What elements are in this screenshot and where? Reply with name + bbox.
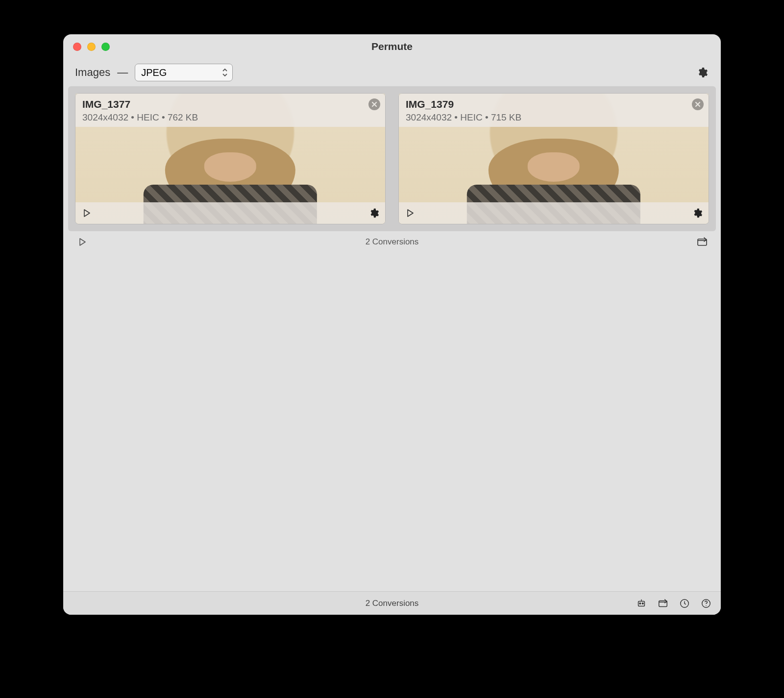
titlebar: Permute [63, 34, 721, 59]
zoom-window-button[interactable] [101, 43, 110, 51]
conversions-summary-row: 2 Conversions [63, 231, 721, 253]
remove-item-button[interactable] [368, 98, 380, 110]
gear-icon [696, 67, 708, 78]
help-button[interactable] [700, 598, 712, 609]
folder-arrow-icon [696, 236, 708, 248]
folder-arrow-icon [658, 598, 668, 609]
close-window-button[interactable] [73, 43, 81, 51]
card-footer [399, 202, 709, 224]
output-format-value: JPEG [141, 67, 167, 78]
play-icon [78, 238, 87, 246]
help-icon [701, 598, 711, 609]
conversion-card[interactable]: IMG_1379 3024x4032 • HEIC • 715 KB [398, 93, 709, 224]
item-settings-button[interactable] [691, 207, 704, 219]
svg-point-2 [639, 602, 641, 604]
start-all-button[interactable] [76, 236, 89, 248]
drop-area[interactable] [63, 253, 721, 591]
card-filename: IMG_1377 [82, 98, 378, 110]
close-icon [695, 101, 701, 107]
conversions-count-label: 2 Conversions [63, 237, 721, 247]
window-title: Permute [63, 41, 721, 52]
play-icon [406, 209, 415, 217]
card-footer [75, 202, 385, 224]
window-controls [63, 43, 110, 51]
gear-icon [692, 208, 703, 218]
chevron-up-down-icon [221, 68, 228, 77]
robot-icon [636, 598, 647, 609]
clock-icon [679, 598, 690, 609]
conversion-list: IMG_1377 3024x4032 • HEIC • 762 KB [68, 86, 716, 231]
card-header: IMG_1377 3024x4032 • HEIC • 762 KB [75, 94, 385, 127]
play-icon [82, 209, 91, 217]
remove-item-button[interactable] [692, 98, 704, 110]
card-header: IMG_1379 3024x4032 • HEIC • 715 KB [399, 94, 709, 127]
card-filename: IMG_1379 [406, 98, 702, 110]
toolbar-separator: — [117, 66, 128, 79]
svg-point-7 [706, 605, 706, 605]
history-button[interactable] [679, 598, 690, 609]
statusbar: 2 Conversions [63, 591, 721, 615]
conversion-card[interactable]: IMG_1377 3024x4032 • HEIC • 762 KB [75, 93, 386, 224]
minimize-window-button[interactable] [87, 43, 96, 51]
settings-button[interactable] [695, 66, 709, 79]
output-format-select[interactable]: JPEG [135, 64, 233, 81]
presets-button[interactable] [636, 598, 647, 609]
statusbar-count-label: 2 Conversions [63, 599, 721, 608]
app-window: Permute Images — JPEG IMG_13 [63, 34, 721, 615]
reveal-output-button[interactable] [696, 236, 708, 248]
card-metadata: 3024x4032 • HEIC • 762 KB [82, 112, 378, 123]
convert-item-button[interactable] [404, 207, 416, 219]
convert-item-button[interactable] [80, 207, 93, 219]
toolbar: Images — JPEG [63, 59, 721, 86]
open-output-folder-button[interactable] [657, 598, 669, 609]
item-settings-button[interactable] [368, 207, 380, 219]
gear-icon [368, 208, 379, 218]
svg-point-3 [642, 602, 643, 604]
card-metadata: 3024x4032 • HEIC • 715 KB [406, 112, 702, 123]
category-label: Images [75, 66, 110, 79]
close-icon [371, 101, 377, 107]
